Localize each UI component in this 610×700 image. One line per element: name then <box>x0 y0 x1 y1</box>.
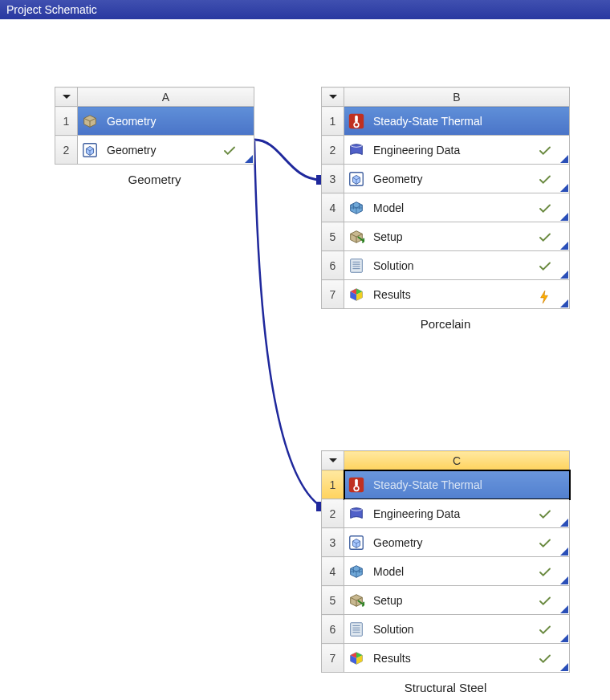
cell-label: Steady-State Thermal <box>373 478 482 491</box>
cell-label: Geometry <box>373 536 422 549</box>
block-c-menu[interactable] <box>322 451 344 470</box>
share-indicator <box>560 271 568 279</box>
checkmark-icon <box>539 261 551 271</box>
system-a-title-cell[interactable]: Geometry <box>78 107 254 136</box>
checkmark-icon <box>539 567 551 576</box>
system-c-geometry-cell[interactable]: Geometry <box>344 528 570 557</box>
system-block-c[interactable]: C 1 Steady-State Thermal 2 Engineering D… <box>321 450 570 694</box>
share-indicator <box>560 547 568 556</box>
share-indicator <box>560 299 568 307</box>
system-b-title-cell[interactable]: Steady-State Thermal <box>344 107 570 136</box>
chevron-down-icon <box>327 93 339 101</box>
row-number: 7 <box>322 644 344 673</box>
system-c-title-cell[interactable]: Steady-State Thermal <box>344 470 570 499</box>
results-icon <box>348 649 365 667</box>
checkmark-icon <box>539 232 551 242</box>
column-header-a[interactable]: A <box>78 88 254 107</box>
system-c-results-cell[interactable]: Results <box>344 644 570 673</box>
geometry-cell-icon <box>81 141 99 159</box>
chevron-down-icon <box>327 457 339 465</box>
system-c-setup-cell[interactable]: Setup <box>344 586 570 615</box>
cell-label: Geometry <box>373 173 422 185</box>
checkmark-icon <box>539 653 551 663</box>
window-title: Project Schematic <box>6 3 97 16</box>
row-number: 4 <box>322 557 344 586</box>
block-a-menu[interactable] <box>55 88 78 107</box>
system-b-solution-cell[interactable]: Solution <box>344 251 570 280</box>
checkmark-icon <box>539 203 551 213</box>
setup-icon <box>348 592 365 609</box>
cell-label: Setup <box>373 594 403 607</box>
system-block-b[interactable]: B 1 Steady-State Thermal 2 Engineering D… <box>321 87 570 331</box>
system-b-setup-cell[interactable]: Setup <box>344 222 570 251</box>
setup-icon <box>348 228 365 246</box>
checkmark-icon <box>539 625 551 634</box>
engdata-icon <box>348 141 365 159</box>
engdata-icon <box>348 505 365 523</box>
share-indicator <box>560 519 568 527</box>
block-b-menu[interactable] <box>322 88 344 107</box>
cell-label: Results <box>373 288 411 301</box>
share-indicator <box>560 634 568 642</box>
column-header-b[interactable]: B <box>344 88 570 107</box>
cell-label: Results <box>373 652 411 665</box>
checkmark-icon <box>539 509 551 519</box>
row-number: 5 <box>322 586 344 615</box>
thermal-icon <box>348 112 365 130</box>
cell-label: Geometry <box>107 115 156 128</box>
row-number: 6 <box>322 615 344 644</box>
system-b-geometry-cell[interactable]: Geometry <box>344 165 570 193</box>
system-b-model-cell[interactable]: Model <box>344 193 570 222</box>
system-c-engdata-cell[interactable]: Engineering Data <box>344 499 570 528</box>
cell-label: Steady-State Thermal <box>373 115 482 128</box>
share-indicator <box>560 213 568 221</box>
chevron-down-icon <box>61 93 72 101</box>
checkmark-icon <box>223 145 236 155</box>
cell-label: Model <box>373 565 404 578</box>
cell-label: Geometry <box>107 144 156 157</box>
system-b-engdata-cell[interactable]: Engineering Data <box>344 136 570 165</box>
window-titlebar: Project Schematic <box>0 0 610 19</box>
share-indicator <box>560 184 568 192</box>
row-number: 5 <box>322 222 344 251</box>
checkmark-icon <box>539 174 551 184</box>
cell-label: Solution <box>373 623 414 636</box>
system-block-a[interactable]: A 1 Geometry 2 Geometry Geometry <box>55 87 254 186</box>
geometry-comp-icon <box>81 112 99 130</box>
share-indicator <box>560 605 568 613</box>
row-number: 3 <box>322 165 344 193</box>
column-header-c[interactable]: C <box>344 451 570 470</box>
cell-label: Engineering Data <box>373 144 460 157</box>
solution-icon <box>348 621 365 638</box>
system-a-caption[interactable]: Geometry <box>55 173 254 186</box>
share-indicator <box>560 155 568 163</box>
checkmark-icon <box>539 596 551 605</box>
row-number: 6 <box>322 251 344 280</box>
geometry-cell-icon <box>348 534 365 551</box>
model-icon <box>348 199 365 217</box>
row-number: 2 <box>55 136 78 165</box>
geometry-cell-icon <box>348 170 365 188</box>
system-c-model-cell[interactable]: Model <box>344 557 570 586</box>
row-number: 2 <box>322 136 344 165</box>
system-c-caption[interactable]: Structural Steel <box>321 681 570 694</box>
row-number: 3 <box>322 528 344 557</box>
schematic-canvas[interactable]: A 1 Geometry 2 Geometry Geometry <box>0 19 610 700</box>
row-number: 1 <box>55 107 78 136</box>
solution-icon <box>348 257 365 275</box>
cell-label: Engineering Data <box>373 507 460 520</box>
bolt-icon <box>539 290 551 299</box>
system-c-solution-cell[interactable]: Solution <box>344 615 570 644</box>
cell-label: Setup <box>373 230 403 243</box>
share-indicator <box>560 242 568 250</box>
row-number: 7 <box>322 280 344 309</box>
system-a-geometry-cell[interactable]: Geometry <box>78 136 254 165</box>
row-number: 1 <box>322 107 344 136</box>
thermal-icon <box>348 476 365 494</box>
share-indicator <box>560 663 568 671</box>
system-b-results-cell[interactable]: Results <box>344 280 570 309</box>
cell-label: Solution <box>373 259 414 272</box>
checkmark-icon <box>539 145 551 155</box>
results-icon <box>348 286 365 303</box>
system-b-caption[interactable]: Porcelain <box>321 317 570 331</box>
